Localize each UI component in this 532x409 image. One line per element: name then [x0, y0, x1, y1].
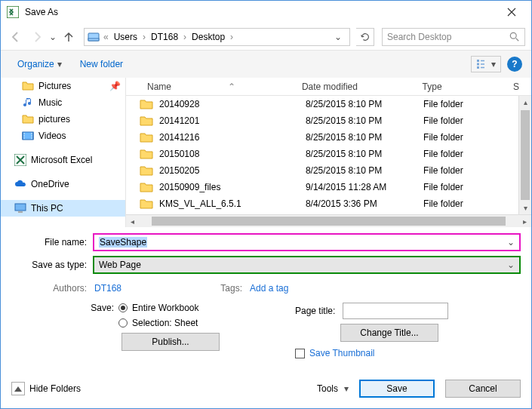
- file-name: 20141201: [159, 115, 199, 126]
- table-row[interactable]: KMS_VL_ALL_6.5.18/4/2015 3:36 PMFile fol…: [126, 195, 518, 212]
- table-row[interactable]: 201412168/25/2015 8:10 PMFile folder: [126, 129, 518, 146]
- filename-input[interactable]: SaveShape ⌄: [93, 233, 521, 251]
- column-headers: Name ⌃ Date modified Type S: [126, 78, 531, 96]
- svg-point-10: [23, 135, 24, 136]
- breadcrumb[interactable]: DT168: [149, 32, 180, 42]
- video-icon: [22, 130, 34, 142]
- svg-rect-5: [477, 60, 479, 62]
- search-input[interactable]: Search Desktop: [382, 28, 525, 46]
- chevron-down-icon[interactable]: ⌄: [507, 237, 515, 248]
- address-bar[interactable]: « Users › DT168 › Desktop › ⌄: [84, 28, 350, 46]
- sidebar-item-pictures[interactable]: Pictures 📌: [1, 78, 125, 94]
- scroll-down-icon[interactable]: ▾: [519, 201, 531, 214]
- hide-folders-button[interactable]: Hide Folders: [11, 382, 81, 395]
- file-date: 8/25/2015 8:10 PM: [300, 99, 417, 109]
- sidebar-item-pictures-lc[interactable]: pictures: [1, 111, 125, 128]
- horizontal-scrollbar[interactable]: ◂ ▸: [126, 214, 531, 227]
- scroll-right-icon[interactable]: ▸: [518, 217, 531, 226]
- chevron-right-icon: ›: [181, 32, 189, 42]
- table-row[interactable]: 201409288/25/2015 8:10 PMFile folder: [126, 96, 518, 112]
- close-button[interactable]: [494, 1, 528, 23]
- col-type-header[interactable]: Type: [417, 81, 507, 92]
- cloud-icon: [14, 178, 26, 190]
- sidebar-item-onedrive[interactable]: OneDrive: [1, 176, 125, 192]
- file-type: File folder: [417, 149, 506, 159]
- scroll-up-icon[interactable]: ▴: [519, 96, 531, 109]
- save-scope-label: Save:: [84, 303, 114, 313]
- arrow-up-icon: [63, 31, 75, 43]
- cancel-button[interactable]: Cancel: [445, 380, 521, 398]
- page-title-label: Page title:: [295, 306, 335, 316]
- chevron-down-icon[interactable]: ⌄: [507, 260, 515, 270]
- col-size-header[interactable]: S: [507, 81, 519, 92]
- authors-value[interactable]: DT168: [94, 283, 121, 294]
- refresh-button[interactable]: [356, 28, 374, 46]
- publish-button[interactable]: Publish...: [121, 333, 220, 351]
- svg-point-4: [510, 32, 516, 38]
- tags-label: Tags:: [212, 283, 242, 294]
- table-row[interactable]: 20150909_files9/14/2015 11:28 AMFile fol…: [126, 179, 518, 195]
- breadcrumb[interactable]: Desktop: [190, 32, 226, 42]
- authors-label: Authors:: [11, 283, 87, 294]
- help-icon: ?: [512, 59, 517, 69]
- table-row[interactable]: 201501088/25/2015 8:10 PMFile folder: [126, 146, 518, 162]
- sort-asc-icon: ⌃: [228, 81, 235, 92]
- save-thumbnail-checkbox[interactable]: [295, 349, 305, 358]
- scrollbar-thumb[interactable]: [521, 110, 530, 200]
- save-button[interactable]: Save: [359, 380, 435, 398]
- up-button[interactable]: [60, 28, 78, 46]
- window-title: Save As: [25, 7, 494, 17]
- organize-button[interactable]: Organize▾: [10, 56, 69, 72]
- folder-icon: [140, 99, 153, 109]
- table-row[interactable]: 201502058/25/2015 8:10 PMFile folder: [126, 162, 518, 179]
- vertical-scrollbar[interactable]: ▴ ▾: [518, 96, 531, 214]
- page-title-input[interactable]: [343, 303, 448, 319]
- search-placeholder: Search Desktop: [387, 32, 451, 42]
- change-title-button[interactable]: Change Title...: [340, 324, 438, 342]
- svg-rect-17: [18, 211, 23, 213]
- forward-button[interactable]: [28, 28, 46, 46]
- new-folder-button[interactable]: New folder: [72, 56, 131, 72]
- view-icon: [476, 59, 490, 69]
- table-row[interactable]: 201412018/25/2015 8:10 PMFile folder: [126, 112, 518, 129]
- sidebar-item-excel[interactable]: Microsoft Excel: [1, 152, 125, 168]
- file-type: File folder: [417, 115, 506, 126]
- tools-dropdown[interactable]: Tools▾: [317, 383, 349, 394]
- svg-point-13: [31, 135, 32, 136]
- address-dropdown[interactable]: ⌄: [330, 32, 346, 42]
- svg-point-12: [31, 133, 32, 134]
- help-button[interactable]: ?: [507, 57, 522, 72]
- folder-icon: [140, 115, 153, 126]
- breadcrumb[interactable]: Users: [112, 32, 139, 42]
- file-list[interactable]: 201409288/25/2015 8:10 PMFile folder2014…: [126, 96, 518, 214]
- col-name-header[interactable]: Name ⌃: [126, 81, 296, 92]
- svg-point-14: [31, 137, 32, 138]
- type-label: Save as type:: [11, 260, 93, 270]
- sidebar-item-music[interactable]: Music: [1, 94, 125, 111]
- recent-dropdown[interactable]: ⌄: [49, 32, 57, 42]
- folder-icon: [22, 80, 34, 92]
- radio-selection-sheet[interactable]: [118, 318, 128, 328]
- file-date: 8/25/2015 8:10 PM: [300, 165, 417, 176]
- back-button[interactable]: [7, 28, 25, 46]
- chevron-right-icon: ›: [228, 32, 235, 42]
- scrollbar-thumb[interactable]: [152, 217, 506, 226]
- file-date: 8/25/2015 8:10 PM: [300, 115, 417, 126]
- sidebar-item-this-pc[interactable]: This PC: [1, 200, 125, 217]
- file-pane: Name ⌃ Date modified Type S 201409288/25…: [126, 78, 531, 227]
- folder-icon: [140, 165, 153, 176]
- save-as-type-select[interactable]: Web Page ⌄: [93, 256, 521, 274]
- save-as-dialog: Save As ⌄ « Users › DT168 › Desktop › ⌄ …: [0, 0, 532, 409]
- refresh-icon: [360, 32, 371, 42]
- form-area: File name: SaveShape ⌄ Save as type: Web…: [1, 227, 531, 375]
- file-date: 8/4/2015 3:36 PM: [300, 198, 417, 209]
- file-name: KMS_VL_ALL_6.5.1: [159, 198, 241, 209]
- tags-value[interactable]: Add a tag: [250, 283, 288, 294]
- view-options-button[interactable]: ▾: [471, 56, 501, 72]
- scroll-left-icon[interactable]: ◂: [126, 217, 139, 226]
- col-date-header[interactable]: Date modified: [296, 81, 417, 92]
- sidebar-item-videos[interactable]: Videos: [1, 128, 125, 144]
- sidebar: Pictures 📌 Music pictures Videos Microso…: [1, 78, 126, 227]
- radio-entire-workbook[interactable]: [118, 303, 128, 312]
- folder-icon: [140, 149, 153, 159]
